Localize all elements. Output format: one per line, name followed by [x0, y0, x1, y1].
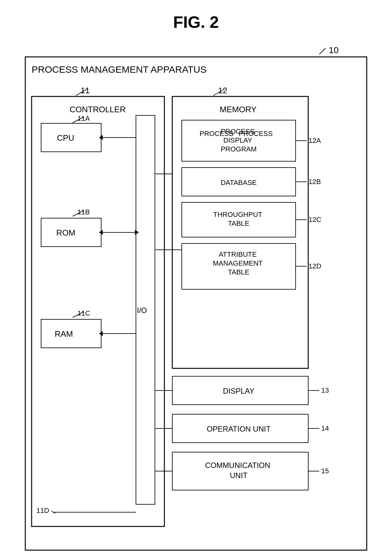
ref-14-text: 14 [321, 424, 329, 432]
ref-12a-text: 12A [309, 137, 321, 144]
communication-unit-label-text: COMMUNICATION UNIT [205, 461, 273, 480]
display-label-text: DISPLAY [223, 387, 254, 395]
svg-rect-1 [25, 57, 367, 550]
ref-11c-text: 11C [77, 309, 90, 317]
ref-15-text: 15 [321, 467, 329, 475]
io-label-text: I/O [137, 306, 147, 315]
ref-12b-text: 12B [309, 178, 321, 186]
rom-label-text: ROM [56, 228, 76, 237]
operation-unit-label-text: OPERATION UNIT [207, 425, 271, 433]
memory-label-text: MEMORY [220, 105, 257, 114]
mem-item-2-text: DATABASE [221, 179, 257, 187]
fig-title: FIG. 2 [173, 13, 219, 32]
ram-label-text: RAM [55, 329, 73, 339]
ref-10-label: 10 [329, 45, 339, 55]
mem-item-3-text: THROUGHPUT TABLE [213, 211, 264, 227]
ref-12c-text: 12C [309, 216, 321, 224]
ref-11a-text: 11A [77, 114, 90, 122]
page: FIG. 2 10 PROCESS MANAGEMENT APPARATUS 1… [0, 0, 392, 553]
ref-11b-text: 11B [77, 208, 90, 216]
arrow-rom-right [135, 230, 139, 235]
mem-item-4-text: ATTRIBUTE MANAGEMENT TABLE [213, 250, 264, 276]
diagram-svg: 10 PROCESS MANAGEMENT APPARATUS 11 CONTR… [22, 41, 370, 553]
mem-item-1-text: PROCESS DISPLAY PROGRAM [221, 127, 257, 153]
outer-title-text: PROCESS MANAGEMENT APPARATUS [32, 64, 206, 75]
ref-11d-text: 11D [36, 507, 49, 514]
controller-label-text: CONTROLLER [70, 105, 126, 114]
diagram-container: 10 PROCESS MANAGEMENT APPARATUS 11 CONTR… [22, 41, 370, 553]
ref-13-text: 13 [321, 386, 329, 394]
svg-line-0 [319, 48, 326, 54]
cpu-label-text: CPU [57, 133, 74, 143]
ref-12d-text: 12D [309, 262, 321, 270]
